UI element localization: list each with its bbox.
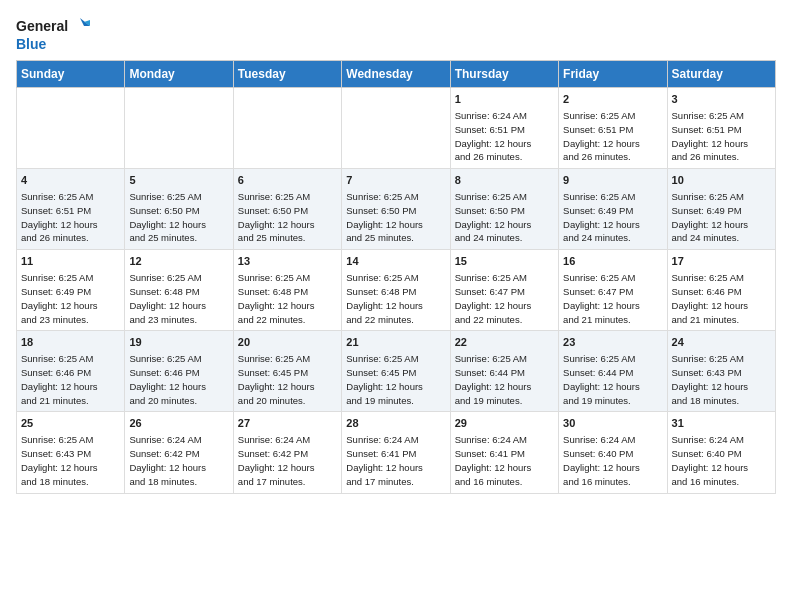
cell-content: Sunrise: 6:24 AM Sunset: 6:41 PM Dayligh… [455,434,532,486]
cell-content: Sunrise: 6:25 AM Sunset: 6:43 PM Dayligh… [672,353,749,405]
day-number: 31 [672,416,771,431]
calendar-cell: 20Sunrise: 6:25 AM Sunset: 6:45 PM Dayli… [233,331,341,412]
cell-content: Sunrise: 6:25 AM Sunset: 6:48 PM Dayligh… [238,272,315,324]
header-cell-tuesday: Tuesday [233,61,341,88]
calendar-cell: 2Sunrise: 6:25 AM Sunset: 6:51 PM Daylig… [559,88,667,169]
cell-content: Sunrise: 6:25 AM Sunset: 6:49 PM Dayligh… [563,191,640,243]
cell-content: Sunrise: 6:24 AM Sunset: 6:41 PM Dayligh… [346,434,423,486]
day-number: 16 [563,254,662,269]
day-number: 22 [455,335,554,350]
header-cell-wednesday: Wednesday [342,61,450,88]
calendar-cell: 19Sunrise: 6:25 AM Sunset: 6:46 PM Dayli… [125,331,233,412]
cell-content: Sunrise: 6:25 AM Sunset: 6:50 PM Dayligh… [129,191,206,243]
week-row-3: 11Sunrise: 6:25 AM Sunset: 6:49 PM Dayli… [17,250,776,331]
day-number: 12 [129,254,228,269]
week-row-5: 25Sunrise: 6:25 AM Sunset: 6:43 PM Dayli… [17,412,776,493]
cell-content: Sunrise: 6:25 AM Sunset: 6:50 PM Dayligh… [346,191,423,243]
day-number: 19 [129,335,228,350]
page-header: General Blue [16,16,776,52]
day-number: 29 [455,416,554,431]
cell-content: Sunrise: 6:25 AM Sunset: 6:48 PM Dayligh… [129,272,206,324]
day-number: 20 [238,335,337,350]
calendar-cell: 22Sunrise: 6:25 AM Sunset: 6:44 PM Dayli… [450,331,558,412]
calendar-cell: 16Sunrise: 6:25 AM Sunset: 6:47 PM Dayli… [559,250,667,331]
cell-content: Sunrise: 6:25 AM Sunset: 6:46 PM Dayligh… [129,353,206,405]
calendar-table: SundayMondayTuesdayWednesdayThursdayFrid… [16,60,776,493]
calendar-cell: 31Sunrise: 6:24 AM Sunset: 6:40 PM Dayli… [667,412,775,493]
calendar-cell [233,88,341,169]
day-number: 14 [346,254,445,269]
cell-content: Sunrise: 6:25 AM Sunset: 6:47 PM Dayligh… [455,272,532,324]
calendar-cell: 8Sunrise: 6:25 AM Sunset: 6:50 PM Daylig… [450,169,558,250]
header-cell-saturday: Saturday [667,61,775,88]
day-number: 18 [21,335,120,350]
calendar-cell: 13Sunrise: 6:25 AM Sunset: 6:48 PM Dayli… [233,250,341,331]
cell-content: Sunrise: 6:24 AM Sunset: 6:40 PM Dayligh… [563,434,640,486]
cell-content: Sunrise: 6:24 AM Sunset: 6:42 PM Dayligh… [129,434,206,486]
calendar-cell: 5Sunrise: 6:25 AM Sunset: 6:50 PM Daylig… [125,169,233,250]
day-number: 4 [21,173,120,188]
calendar-cell: 26Sunrise: 6:24 AM Sunset: 6:42 PM Dayli… [125,412,233,493]
calendar-cell: 14Sunrise: 6:25 AM Sunset: 6:48 PM Dayli… [342,250,450,331]
cell-content: Sunrise: 6:24 AM Sunset: 6:42 PM Dayligh… [238,434,315,486]
cell-content: Sunrise: 6:25 AM Sunset: 6:47 PM Dayligh… [563,272,640,324]
calendar-cell: 30Sunrise: 6:24 AM Sunset: 6:40 PM Dayli… [559,412,667,493]
calendar-cell: 9Sunrise: 6:25 AM Sunset: 6:49 PM Daylig… [559,169,667,250]
calendar-cell: 11Sunrise: 6:25 AM Sunset: 6:49 PM Dayli… [17,250,125,331]
cell-content: Sunrise: 6:24 AM Sunset: 6:40 PM Dayligh… [672,434,749,486]
calendar-cell: 4Sunrise: 6:25 AM Sunset: 6:51 PM Daylig… [17,169,125,250]
calendar-cell: 24Sunrise: 6:25 AM Sunset: 6:43 PM Dayli… [667,331,775,412]
cell-content: Sunrise: 6:25 AM Sunset: 6:46 PM Dayligh… [672,272,749,324]
cell-content: Sunrise: 6:25 AM Sunset: 6:50 PM Dayligh… [238,191,315,243]
calendar-cell [342,88,450,169]
calendar-cell: 10Sunrise: 6:25 AM Sunset: 6:49 PM Dayli… [667,169,775,250]
cell-content: Sunrise: 6:24 AM Sunset: 6:51 PM Dayligh… [455,110,532,162]
cell-content: Sunrise: 6:25 AM Sunset: 6:46 PM Dayligh… [21,353,98,405]
calendar-cell: 28Sunrise: 6:24 AM Sunset: 6:41 PM Dayli… [342,412,450,493]
calendar-cell: 3Sunrise: 6:25 AM Sunset: 6:51 PM Daylig… [667,88,775,169]
day-number: 5 [129,173,228,188]
cell-content: Sunrise: 6:25 AM Sunset: 6:44 PM Dayligh… [455,353,532,405]
calendar-cell: 1Sunrise: 6:24 AM Sunset: 6:51 PM Daylig… [450,88,558,169]
calendar-cell [17,88,125,169]
calendar-cell [125,88,233,169]
day-number: 30 [563,416,662,431]
calendar-header: SundayMondayTuesdayWednesdayThursdayFrid… [17,61,776,88]
week-row-1: 1Sunrise: 6:24 AM Sunset: 6:51 PM Daylig… [17,88,776,169]
calendar-cell: 18Sunrise: 6:25 AM Sunset: 6:46 PM Dayli… [17,331,125,412]
header-row: SundayMondayTuesdayWednesdayThursdayFrid… [17,61,776,88]
day-number: 1 [455,92,554,107]
day-number: 26 [129,416,228,431]
day-number: 3 [672,92,771,107]
calendar-cell: 23Sunrise: 6:25 AM Sunset: 6:44 PM Dayli… [559,331,667,412]
calendar-cell: 6Sunrise: 6:25 AM Sunset: 6:50 PM Daylig… [233,169,341,250]
day-number: 15 [455,254,554,269]
week-row-2: 4Sunrise: 6:25 AM Sunset: 6:51 PM Daylig… [17,169,776,250]
cell-content: Sunrise: 6:25 AM Sunset: 6:49 PM Dayligh… [21,272,98,324]
header-cell-sunday: Sunday [17,61,125,88]
day-number: 10 [672,173,771,188]
calendar-cell: 27Sunrise: 6:24 AM Sunset: 6:42 PM Dayli… [233,412,341,493]
header-cell-monday: Monday [125,61,233,88]
day-number: 6 [238,173,337,188]
calendar-cell: 29Sunrise: 6:24 AM Sunset: 6:41 PM Dayli… [450,412,558,493]
week-row-4: 18Sunrise: 6:25 AM Sunset: 6:46 PM Dayli… [17,331,776,412]
day-number: 23 [563,335,662,350]
logo-bird-icon [70,16,90,36]
day-number: 13 [238,254,337,269]
calendar-cell: 17Sunrise: 6:25 AM Sunset: 6:46 PM Dayli… [667,250,775,331]
day-number: 8 [455,173,554,188]
cell-content: Sunrise: 6:25 AM Sunset: 6:50 PM Dayligh… [455,191,532,243]
header-cell-thursday: Thursday [450,61,558,88]
calendar-cell: 12Sunrise: 6:25 AM Sunset: 6:48 PM Dayli… [125,250,233,331]
cell-content: Sunrise: 6:25 AM Sunset: 6:51 PM Dayligh… [563,110,640,162]
day-number: 2 [563,92,662,107]
day-number: 28 [346,416,445,431]
cell-content: Sunrise: 6:25 AM Sunset: 6:49 PM Dayligh… [672,191,749,243]
cell-content: Sunrise: 6:25 AM Sunset: 6:51 PM Dayligh… [21,191,98,243]
day-number: 7 [346,173,445,188]
cell-content: Sunrise: 6:25 AM Sunset: 6:48 PM Dayligh… [346,272,423,324]
cell-content: Sunrise: 6:25 AM Sunset: 6:51 PM Dayligh… [672,110,749,162]
day-number: 25 [21,416,120,431]
cell-content: Sunrise: 6:25 AM Sunset: 6:45 PM Dayligh… [346,353,423,405]
